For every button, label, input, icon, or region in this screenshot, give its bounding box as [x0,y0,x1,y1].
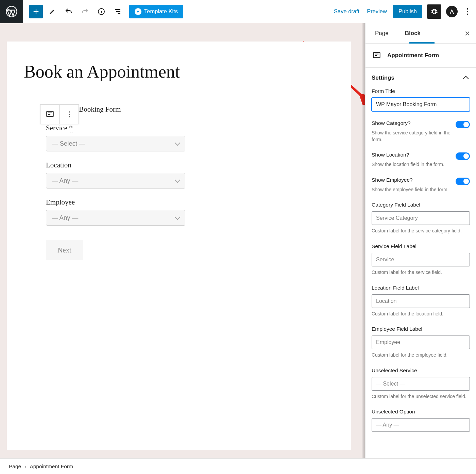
location-label-help: Custom label for the location field. [372,311,470,317]
more-options-button[interactable] [462,5,473,18]
tab-underline [409,42,435,44]
block-toolbar [40,104,79,124]
service-label-input[interactable] [372,253,470,266]
category-label-control: Category Field Label Custom label for th… [372,202,470,234]
employee-select[interactable]: — Any — [46,210,185,226]
settings-sidebar: Page Block × Appointment Form Settings F… [365,23,476,458]
breadcrumb-footer: Page › Appointment Form [0,458,476,474]
unselected-option-input[interactable] [372,418,470,432]
chevron-up-icon [463,76,469,82]
service-label-label: Service Field Label [372,243,470,249]
close-sidebar-icon[interactable]: × [465,29,470,38]
tab-block[interactable]: Block [402,24,424,42]
publish-button[interactable]: Publish [393,5,422,18]
location-select[interactable]: — Any — [46,173,185,189]
unselected-service-label: Unselected Service [372,367,470,374]
svg-point-4 [467,13,468,15]
breadcrumb-root[interactable]: Page [9,463,21,470]
toolbar-left: Template Kits [23,5,183,18]
show-category-help: Show the service category field in the f… [372,130,452,143]
required-mark: * [69,124,73,132]
show-category-label: Show Category? [372,120,452,126]
wordpress-logo[interactable] [0,0,23,23]
sidebar-tabs: Page Block × [366,23,476,44]
form-title-input[interactable] [372,98,470,111]
employee-label-control: Employee Field Label Custom label for th… [372,326,470,359]
location-label-label: Location Field Label [372,285,470,291]
show-category-toggle[interactable] [456,121,470,128]
editor-topbar: Template Kits Save draft Preview Publish [0,0,476,23]
theme-badge[interactable] [446,6,458,17]
show-employee-control: Show Employee? Show the employee field i… [372,177,470,193]
svg-rect-5 [47,111,53,116]
canvas-scroll-edge [362,23,365,458]
bolt-icon [135,8,141,15]
edit-mode-icon[interactable] [46,5,59,18]
show-employee-label: Show Employee? [372,177,452,183]
service-label-help: Custom label for the service field. [372,269,470,276]
service-label-control: Service Field Label Custom label for the… [372,243,470,276]
show-location-toggle[interactable] [456,152,470,160]
show-employee-toggle[interactable] [456,178,470,185]
appointment-form-block[interactable]: WP Mayor Booking Form Service * — Select… [46,105,185,260]
location-label-input[interactable] [372,294,470,308]
block-name: Appointment Form [387,52,439,59]
unselected-option-control: Unselected Option [372,409,470,432]
show-location-label: Show Location? [372,152,452,158]
category-label-input[interactable] [372,211,470,225]
add-block-button[interactable] [29,5,43,18]
show-employee-help: Show the employee field in the form. [372,186,452,193]
page-title[interactable]: Book an Appointment [24,62,327,81]
tab-page[interactable]: Page [372,24,392,42]
settings-panel-body: Form Title Show Category? Show the servi… [366,88,476,447]
block-icon [372,50,382,61]
employee-label-label: Employee Field Label [372,326,470,332]
location-label-control: Location Field Label Custom label for th… [372,285,470,317]
employee-field-label: Employee [46,198,185,207]
form-title-label: Form Title [372,88,470,94]
list-view-icon[interactable] [111,5,124,18]
info-icon[interactable] [95,5,108,18]
next-button[interactable]: Next [46,240,83,260]
show-category-control: Show Category? Show the service category… [372,120,470,143]
undo-icon[interactable] [62,5,75,18]
location-field-label: Location [46,161,185,169]
show-location-help: Show the location field in the form. [372,161,452,168]
template-kits-label: Template Kits [144,8,178,15]
settings-toggle-button[interactable] [427,4,441,19]
svg-point-6 [69,111,70,113]
page-canvas[interactable]: Book an Appointment WP Mayor Booking For… [7,42,351,450]
svg-rect-9 [373,52,380,58]
template-kits-button[interactable]: Template Kits [129,5,183,18]
editor-workspace: Book an Appointment WP Mayor Booking For… [0,23,476,458]
employee-label-input[interactable] [372,336,470,349]
block-more-icon[interactable] [60,105,79,124]
unselected-service-control: Unselected Service Custom label for the … [372,367,470,400]
category-label-help: Custom label for the service category fi… [372,228,470,234]
service-select[interactable]: — Select — [46,136,185,151]
svg-point-2 [467,8,468,9]
service-field-label: Service * [46,124,185,132]
form-title-control: Form Title [372,88,470,111]
block-type-icon[interactable] [40,105,60,124]
preview-button[interactable]: Preview [366,5,388,17]
unselected-option-label: Unselected Option [372,409,470,415]
toolbar-right: Save draft Preview Publish [333,4,476,19]
redo-icon[interactable] [78,5,92,18]
show-location-control: Show Location? Show the location field i… [372,152,470,168]
employee-label-help: Custom label for the employee field. [372,352,470,359]
breadcrumb-leaf[interactable]: Appointment Form [30,463,73,470]
chevron-right-icon: › [24,463,26,470]
unselected-service-input[interactable] [372,377,470,391]
save-draft-button[interactable]: Save draft [333,5,361,17]
unselected-service-help: Custom label for the unselected service … [372,393,470,400]
svg-point-8 [69,116,70,117]
settings-panel-toggle[interactable]: Settings [366,68,476,88]
block-header: Appointment Form [366,44,476,68]
svg-point-3 [467,11,468,12]
category-label-label: Category Field Label [372,202,470,208]
svg-point-7 [69,114,70,115]
settings-panel-title: Settings [372,75,394,81]
canvas-area: Book an Appointment WP Mayor Booking For… [0,23,365,458]
